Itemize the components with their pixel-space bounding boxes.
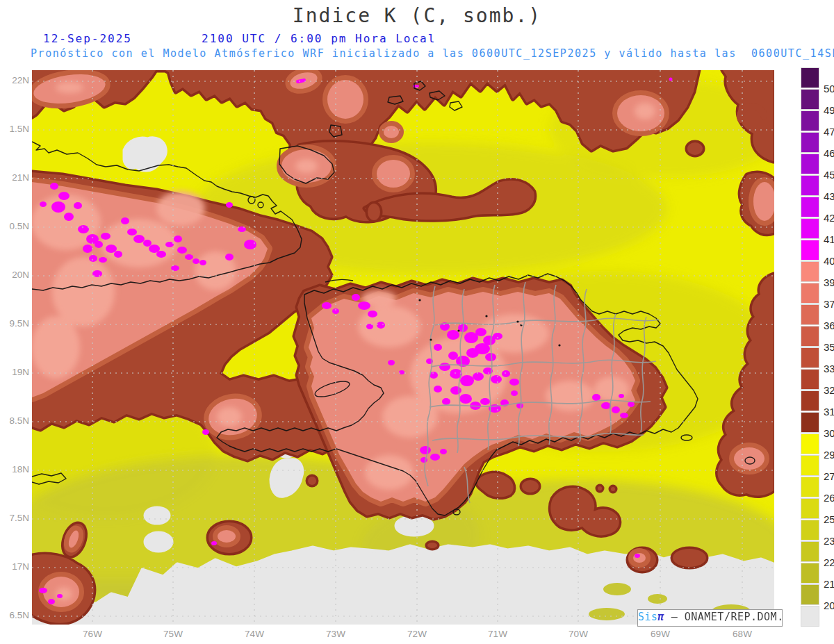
lat-tick-label: 9.5N [0, 318, 29, 329]
colorbar-label: 23.9 [824, 530, 834, 552]
colorbar-label: 30 [824, 422, 834, 444]
colorbar-segment [801, 132, 819, 153]
lat-tick-label: 6.5N [0, 610, 29, 621]
colorbar-segment [801, 304, 819, 325]
lat-tick-label: 17N [0, 561, 29, 572]
watermark-sis: Sis [638, 611, 658, 623]
colorbar-label: 40 [824, 250, 834, 272]
page-title: Indice K (C, somb.) [0, 4, 834, 27]
colorbar-segment [801, 261, 819, 282]
colorbar-labels: 50 49.1 47.8 46.5 45.2 43.9 42.6 41.3 40… [824, 78, 834, 616]
colorbar-segment [801, 89, 819, 110]
run-date: 12-Sep-2025 [43, 32, 132, 45]
lon-tick-label: 73W [318, 629, 353, 639]
colorbar-segment [801, 434, 819, 454]
lon-tick-label: 76W [75, 629, 110, 639]
lat-tick-label: 21N [0, 172, 29, 183]
colorbar-label: 49.1 [824, 99, 834, 121]
lat-tick-label: 8.5N [0, 415, 29, 427]
lon-tick-label: 74W [237, 629, 272, 639]
colorbar-segment [801, 326, 819, 347]
colorbar-label: 35.2 [824, 336, 834, 358]
colorbar-label: 33.9 [824, 358, 834, 379]
lat-tick-label: 0.5N [0, 221, 29, 232]
colorbar-label: 20 [824, 595, 834, 616]
colorbar-label: 22.6 [824, 552, 834, 573]
lat-tick-label: 1.5N [0, 124, 29, 135]
colorbar-label: 43.9 [824, 185, 834, 207]
lon-tick-label: 70W [561, 629, 596, 639]
lon-tick-label: 72W [400, 629, 434, 639]
colorbar-segment [801, 584, 819, 605]
lon-tick-label: 75W [156, 629, 190, 639]
colorbar-segment [801, 175, 819, 196]
colorbar-label: 39.1 [824, 272, 834, 293]
colorbar-label: 31.3 [824, 401, 834, 422]
lat-tick-label: 18N [0, 464, 29, 475]
colorbar-segment [801, 197, 819, 217]
colorbar-segment [801, 110, 819, 131]
colorbar-label: 37.8 [824, 293, 834, 315]
colorbar [801, 67, 819, 627]
colorbar-label: 26.5 [824, 487, 834, 509]
colorbar-label: 47.8 [824, 121, 834, 142]
lat-tick-label: 7.5N [0, 513, 29, 524]
colorbar-segment [801, 563, 819, 584]
colorbar-segment [801, 283, 819, 304]
colorbar-label: 45.2 [824, 164, 834, 185]
watermark-org: – ONAMET/REP.DOM. [664, 611, 784, 623]
colorbar-label: 25.2 [824, 509, 834, 530]
colorbar-label: 21.3 [824, 573, 834, 595]
colorbar-segment [801, 240, 819, 261]
colorbar-segment [801, 369, 819, 390]
colorbar-segment [801, 390, 819, 411]
map-plot-area [32, 70, 774, 625]
colorbar-segment [801, 455, 819, 476]
colorbar-label: 36.5 [824, 315, 834, 336]
lon-tick-label: 68W [725, 629, 760, 639]
colorbar-label: 46.5 [824, 142, 834, 164]
colorbar-label: 42.6 [824, 207, 834, 229]
colorbar-segment [801, 154, 819, 174]
colorbar-label: 50 [824, 78, 834, 99]
datetime-line: 12-Sep-2025 2100 UTC / 6:00 pm Hora Loca… [0, 32, 834, 46]
sispi-watermark: Sisπ – ONAMET/REP.DOM. [637, 609, 783, 627]
lon-tick-label: 69W [643, 629, 678, 639]
valid-time: 2100 UTC / 6:00 pm Hora Local [202, 32, 436, 45]
lon-tick-label: 71W [480, 629, 515, 639]
weather-map-page: Indice K (C, somb.) 12-Sep-2025 2100 UTC… [0, 0, 834, 644]
colorbar-label: 32.6 [824, 379, 834, 401]
colorbar-segment [801, 347, 819, 368]
colorbar-segment [801, 477, 819, 497]
colorbar-segment [801, 541, 819, 562]
colorbar-segment [801, 412, 819, 433]
colorbar-segment [801, 218, 819, 239]
map-canvas [32, 70, 774, 625]
lat-tick-label: 19N [0, 367, 29, 378]
colorbar-segment [801, 520, 819, 540]
colorbar-label: 41.3 [824, 229, 834, 250]
colorbar-label: 27.8 [824, 465, 834, 487]
colorbar-segment [801, 67, 819, 88]
watermark-pi-icon: π [658, 611, 665, 623]
colorbar-segment [801, 498, 819, 519]
colorbar-segment [801, 606, 819, 627]
lat-tick-label: 22N [0, 75, 29, 86]
forecast-subtitle: Pronóstico con el Modelo Atmósferico WRF… [31, 47, 816, 60]
colorbar-label: 29.1 [824, 444, 834, 465]
lat-tick-label: 20N [0, 270, 29, 281]
